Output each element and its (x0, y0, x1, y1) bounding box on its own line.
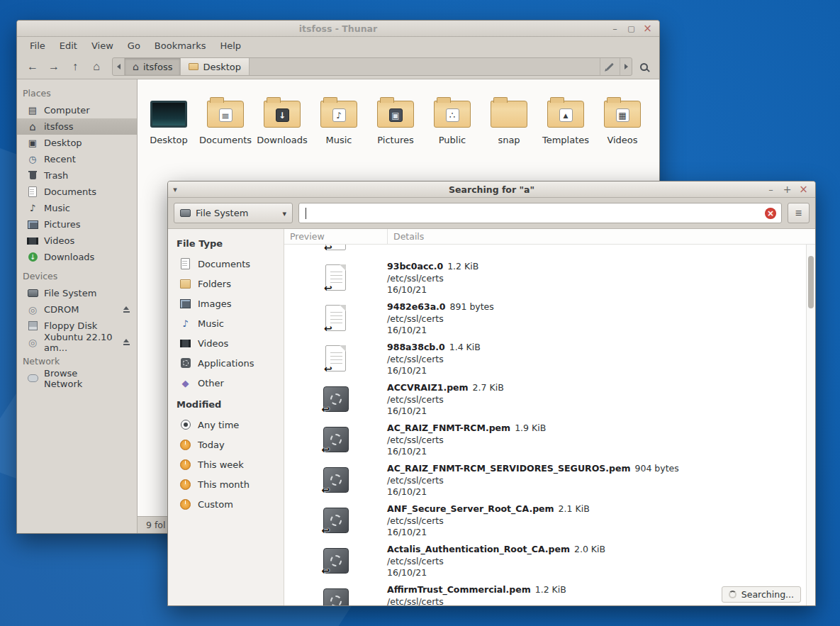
search-result-row[interactable]: 93bc0acc.01.2 KiB /etc/ssl/certs 16/10/2… (284, 257, 806, 298)
search-entry (298, 203, 782, 223)
scrollbar-thumb[interactable] (808, 256, 814, 308)
home-button[interactable]: ⌂ (86, 57, 106, 76)
result-path: /etc/ssl/certs (387, 556, 806, 568)
menu-item[interactable]: Edit (52, 40, 84, 51)
folder-item[interactable]: Public (424, 96, 481, 145)
menu-item[interactable]: Go (121, 40, 147, 51)
search-result-row[interactable]: ACCVRAIZ1.pem2.7 KiB /etc/ssl/certs 16/1… (284, 379, 806, 419)
back-button[interactable]: ← (23, 57, 43, 76)
sidebar-item[interactable]: Music (17, 200, 137, 216)
modified-filter[interactable]: Custom (168, 494, 284, 514)
search-result-row[interactable]: AC_RAIZ_FNMT-RCM_SERVIDORES_SEGUROS.pem9… (284, 459, 806, 500)
results-header: Preview Details (284, 229, 815, 245)
filetype-filter[interactable]: Documents (168, 254, 284, 274)
filetype-label: Documents (198, 259, 250, 269)
search-result-row[interactable]: Actalis_Authentication_Root_CA.pem2.0 Ki… (284, 540, 806, 581)
minimize-icon[interactable] (608, 23, 622, 35)
breadcrumb-desktop[interactable]: Desktop (181, 58, 250, 75)
thunar-titlebar[interactable]: itsfoss - Thunar (17, 21, 659, 37)
sidebar-item[interactable]: Downloads (17, 249, 137, 265)
result-path: /etc/ssl/certs (387, 515, 806, 527)
menu-item[interactable]: File (23, 40, 52, 51)
folder-item[interactable]: Videos (594, 96, 651, 145)
folder-item[interactable]: snap (481, 96, 537, 145)
sidebar-item-icon (27, 186, 38, 198)
folder-item[interactable]: Desktop (140, 96, 197, 145)
filetype-icon (180, 358, 191, 369)
breadcrumb-label: Desktop (203, 62, 241, 72)
modified-filter[interactable]: This week (168, 454, 284, 474)
filetype-filter[interactable]: Music (168, 313, 284, 333)
folder-item[interactable]: Downloads (254, 96, 310, 145)
sidebar-item-label: Computer (44, 105, 90, 116)
search-result-row[interactable]: AC_RAIZ_FNMT-RCM.pem1.9 KiB /etc/ssl/cer… (284, 419, 806, 459)
close-icon[interactable] (641, 23, 654, 35)
sidebar-item[interactable]: Computer (17, 102, 137, 118)
search-result-row[interactable]: 9482e63a.0891 bytes /etc/ssl/certs 16/10… (284, 298, 806, 338)
menu-item[interactable]: Help (213, 40, 248, 51)
sidebar-item[interactable]: Documents (17, 184, 137, 200)
sidebar-item[interactable]: File System (17, 285, 137, 301)
sidebar-item-icon (27, 170, 38, 181)
filetype-filter[interactable]: Videos (168, 333, 284, 353)
folder-item[interactable]: Templates (537, 96, 594, 145)
sidebar-item[interactable]: Trash (17, 167, 137, 184)
eject-icon[interactable] (123, 339, 130, 346)
search-button[interactable] (634, 57, 654, 76)
filetype-filter[interactable]: Folders (168, 274, 284, 294)
search-input[interactable] (306, 203, 761, 223)
sidebar-item[interactable]: Xubuntu 22.10 am... (17, 334, 137, 350)
sidebar-item[interactable]: Recent (17, 151, 137, 167)
sidebar-item[interactable]: Videos (17, 233, 137, 249)
sidebar-item-label: Videos (44, 235, 74, 246)
breadcrumb-itsfoss[interactable]: itsfoss (125, 58, 181, 75)
close-icon[interactable] (797, 184, 810, 196)
location-dropdown[interactable]: File System (174, 203, 293, 223)
filetype-filter[interactable]: Images (168, 294, 284, 313)
folder-icon (434, 101, 471, 128)
maximize-icon[interactable] (780, 184, 794, 196)
maximize-icon[interactable] (625, 23, 638, 35)
column-header-preview[interactable]: Preview (284, 231, 387, 242)
clear-search-icon[interactable] (765, 208, 776, 219)
filetype-header: File Type (168, 232, 284, 254)
menu-item[interactable]: Bookmarks (147, 40, 213, 51)
result-filename: 9482e63a.0 (387, 301, 446, 312)
hamburger-menu-button[interactable] (788, 203, 810, 223)
search-titlebar[interactable]: Searching for "a" (168, 181, 815, 198)
minimize-icon[interactable] (764, 184, 778, 196)
sidebar-item[interactable]: itsfoss (17, 118, 137, 135)
breadcrumb-scroll-left-button[interactable] (113, 58, 125, 75)
sidebar-section: Devices File System CDROM (17, 265, 137, 350)
sidebar-item[interactable]: Desktop (17, 135, 137, 151)
sidebar-item[interactable]: Pictures (17, 216, 137, 233)
folder-item[interactable]: Documents (197, 96, 254, 145)
eject-icon[interactable] (123, 306, 130, 313)
modified-filter[interactable]: Any time (168, 415, 284, 435)
column-header-details[interactable]: Details (387, 229, 806, 244)
sidebar-item[interactable]: Browse Network (17, 370, 137, 386)
folder-emblem-icon (616, 108, 629, 122)
up-button[interactable]: ↑ (65, 57, 85, 76)
filetype-filter[interactable]: Other (168, 373, 284, 393)
sidebar-item[interactable]: CDROM (17, 301, 137, 318)
path-bar: itsfoss Desktop (112, 57, 632, 76)
edit-location-button[interactable] (600, 58, 620, 75)
modified-filter[interactable]: This month (168, 474, 284, 494)
sidebar-item-label: Documents (44, 186, 96, 197)
folder-item[interactable]: Pictures (367, 96, 424, 145)
search-result-row[interactable]: ANF_Secure_Server_Root_CA.pem2.1 KiB /et… (284, 500, 806, 540)
chevron-left-icon (117, 64, 121, 69)
forward-button[interactable]: → (44, 57, 64, 76)
up-icon: ↑ (72, 60, 78, 73)
scrollbar[interactable] (806, 245, 815, 605)
search-result-row[interactable]: 988a38cb.01.4 KiB /etc/ssl/certs 16/10/2… (284, 338, 806, 379)
window-menu-icon[interactable] (168, 185, 182, 194)
search-result-row[interactable]: 16/10/21 (284, 245, 806, 257)
breadcrumb-scroll-right-button[interactable] (620, 58, 632, 75)
folder-item[interactable]: Music (310, 96, 367, 145)
filetype-filter[interactable]: Applications (168, 353, 284, 373)
menu-item[interactable]: View (84, 40, 121, 51)
modified-filter[interactable]: Today (168, 435, 284, 454)
result-filename: Actalis_Authentication_Root_CA.pem (387, 544, 570, 554)
